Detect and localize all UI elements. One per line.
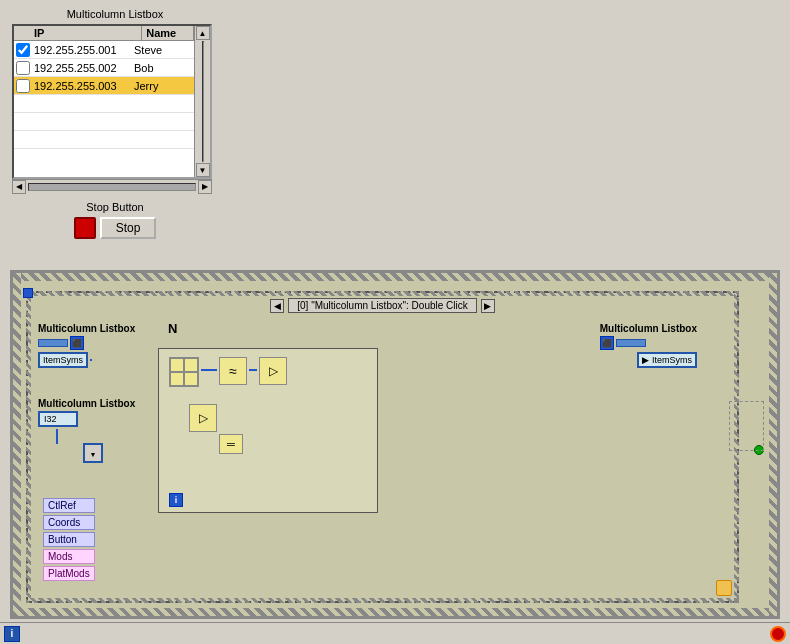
list-item	[14, 95, 194, 113]
status-bar: i	[0, 622, 790, 644]
list-item[interactable]: 192.255.255.002 Bob	[14, 59, 194, 77]
front-panel: Multicolumn Listbox IP Name 192.255.255.…	[0, 0, 230, 247]
func-block-3: ▷	[189, 404, 217, 432]
scroll-right-button[interactable]: ▶	[198, 180, 212, 194]
right-terminal-arrow: ▶	[642, 355, 649, 365]
loop-count-terminal	[716, 580, 732, 596]
scroll-left-button[interactable]: ◀	[12, 180, 26, 194]
dotted-box-right	[729, 401, 764, 451]
left-term-indicator-top	[38, 339, 68, 347]
inner-event-box: ≈ ▷ ▷ ═ i	[158, 348, 378, 513]
coords-terminal: Coords	[43, 515, 95, 530]
event-prev-button[interactable]: ◀	[270, 299, 284, 313]
stripe-top	[13, 273, 777, 281]
right-term-indicator-top	[616, 339, 646, 347]
row-checkbox[interactable]	[16, 61, 30, 75]
diagram-content: ◀ [0] "Multicolumn Listbox": Double Clic…	[21, 281, 769, 608]
name-cell: Steve	[132, 44, 182, 56]
status-icon-left: i	[4, 626, 20, 642]
event-tab-label: [0] "Multicolumn Listbox": Double Click	[297, 300, 468, 311]
scroll-down-button[interactable]: ▼	[196, 163, 210, 177]
ip-cell: 192.255.255.003	[32, 80, 132, 92]
list-item[interactable]: 192.255.255.003 Jerry	[14, 77, 194, 95]
vertical-scrollbar[interactable]: ▲ ▼	[194, 26, 210, 177]
stop-button[interactable]: Stop	[100, 217, 157, 239]
left-term-icon: ⬛	[70, 336, 84, 350]
i-indicator: i	[169, 493, 183, 507]
loop-stripe-left	[26, 291, 31, 603]
scroll-up-button[interactable]: ▲	[196, 26, 210, 40]
list-item[interactable]: 192.255.255.001 Steve	[14, 41, 194, 59]
left-listbox-block: Multicolumn Listbox ⬛ ItemSyms	[38, 323, 135, 368]
left-wire-end	[90, 359, 92, 361]
list-item	[14, 131, 194, 149]
ip-cell: 192.255.255.002	[32, 62, 132, 74]
list-item	[14, 113, 194, 131]
while-loop: ◀ [0] "Multicolumn Listbox": Double Clic…	[26, 291, 739, 603]
wire-inner-2	[249, 369, 257, 371]
right-term-box: ▶ ItemSyms	[637, 352, 697, 368]
loop-stripe-bottom	[26, 598, 739, 603]
dropdown-box[interactable]: ▼	[83, 443, 103, 463]
button-terminal: Button	[43, 532, 95, 547]
right-block-title: Multicolumn Listbox	[600, 323, 697, 334]
func-block-1: ≈	[219, 357, 247, 385]
stripe-left	[13, 273, 21, 616]
stop-indicator	[74, 217, 96, 239]
lower-wire-v	[56, 429, 58, 444]
stripe-bottom	[13, 608, 777, 616]
horizontal-scrollbar[interactable]: ◀ ▶	[12, 179, 212, 193]
ctlref-terminal: CtlRef	[43, 498, 95, 513]
left-block-title: Multicolumn Listbox	[38, 323, 135, 334]
lower-block-title: Multicolumn Listbox	[38, 398, 135, 409]
row-checkbox[interactable]	[16, 43, 30, 57]
ip-cell: 192.255.255.001	[32, 44, 132, 56]
event-structure: ◀ [0] "Multicolumn Listbox": Double Clic…	[58, 298, 707, 313]
row-checkbox[interactable]	[16, 79, 30, 93]
lower-listbox-block: Multicolumn Listbox I32	[38, 398, 135, 444]
func-block-2: ▷	[259, 357, 287, 385]
status-terminals: CtlRef Coords Button Mods PlatMods	[43, 498, 95, 581]
left-term-box: ItemSyms	[38, 352, 88, 368]
event-tab[interactable]: [0] "Multicolumn Listbox": Double Click	[288, 298, 477, 313]
mods-terminal: Mods	[43, 549, 95, 564]
stop-button-label: Stop Button	[12, 201, 218, 213]
listbox-header: IP Name	[14, 26, 210, 41]
platmods-terminal: PlatMods	[43, 566, 95, 581]
name-column-header: Name	[142, 26, 194, 40]
ip-column-header: IP	[30, 26, 142, 40]
name-cell: Bob	[132, 62, 182, 74]
right-term-icon: ⬛	[600, 336, 614, 350]
panel-title: Multicolumn Listbox	[12, 8, 218, 20]
wire-inner-1	[201, 369, 217, 371]
event-next-button[interactable]: ▶	[481, 299, 495, 313]
func-block-4: ═	[219, 434, 243, 454]
stop-section: Stop Button Stop	[12, 201, 218, 239]
stripe-right	[769, 273, 777, 616]
array-block	[169, 357, 199, 387]
loop-stripe-top	[26, 291, 739, 296]
status-icon-right	[770, 626, 786, 642]
name-cell: Jerry	[132, 80, 182, 92]
loop-corner-tl	[23, 288, 33, 298]
lower-term-box: I32	[38, 411, 78, 427]
n-label: N	[168, 321, 177, 336]
scroll-track[interactable]	[28, 183, 196, 191]
block-diagram: ◀ [0] "Multicolumn Listbox": Double Clic…	[10, 270, 780, 619]
right-listbox-block: Multicolumn Listbox ⬛ ▶ ItemSyms	[600, 323, 697, 368]
multicolumn-listbox[interactable]: IP Name 192.255.255.001 Steve 192.255.25…	[12, 24, 212, 179]
